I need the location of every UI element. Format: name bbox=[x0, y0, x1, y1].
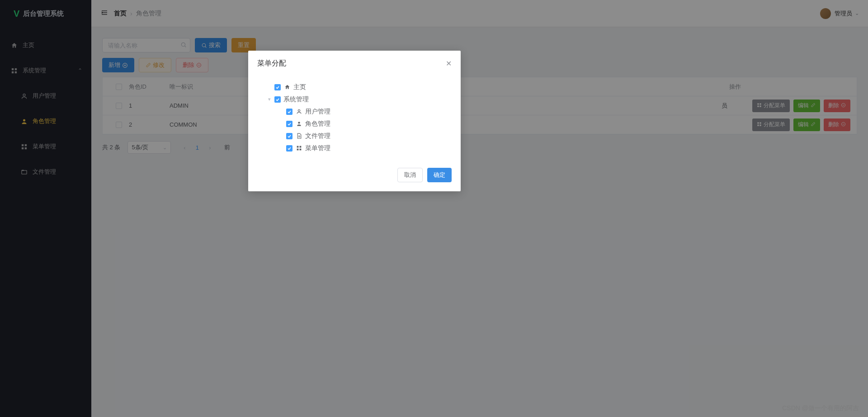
tree-label: 主页 bbox=[293, 83, 306, 91]
tree-label: 系统管理 bbox=[283, 95, 309, 104]
dialog-close-button[interactable]: ✕ bbox=[446, 59, 452, 68]
tree-checkbox[interactable] bbox=[286, 121, 292, 127]
tree-checkbox[interactable] bbox=[286, 133, 292, 139]
menu-tree: ▶ 主页 ▾ 系统管理 ▶ 用户管理 ▶ bbox=[257, 81, 452, 154]
tree-checkbox[interactable] bbox=[286, 109, 292, 115]
tree-checkbox[interactable] bbox=[274, 84, 281, 90]
confirm-button[interactable]: 确定 bbox=[427, 168, 452, 182]
dialog-footer: 取消 确定 bbox=[248, 163, 461, 191]
user-solid-icon bbox=[295, 121, 302, 127]
dialog-title: 菜单分配 bbox=[257, 59, 286, 68]
svg-rect-40 bbox=[297, 146, 298, 148]
svg-rect-41 bbox=[299, 146, 301, 148]
tree-label: 用户管理 bbox=[305, 108, 330, 116]
home-icon bbox=[283, 84, 291, 90]
tree-node[interactable]: ▾ 系统管理 bbox=[268, 93, 452, 105]
tree-caret[interactable]: ▾ bbox=[268, 96, 274, 102]
grid-icon bbox=[295, 145, 302, 151]
assign-menu-dialog: 菜单分配 ✕ ▶ 主页 ▾ 系统管理 ▶ bbox=[248, 51, 461, 191]
svg-rect-43 bbox=[299, 149, 301, 151]
tree-node[interactable]: ▶ 主页 bbox=[268, 81, 452, 93]
tree-node[interactable]: ▶ 用户管理 bbox=[280, 105, 452, 118]
tree-checkbox[interactable] bbox=[286, 145, 292, 152]
svg-rect-42 bbox=[297, 149, 298, 151]
tree-node[interactable]: ▶ 角色管理 bbox=[280, 118, 452, 130]
cancel-button[interactable]: 取消 bbox=[397, 168, 423, 182]
tree-checkbox[interactable] bbox=[274, 96, 281, 103]
file-icon bbox=[295, 133, 302, 139]
dialog-body: ▶ 主页 ▾ 系统管理 ▶ 用户管理 ▶ bbox=[248, 76, 461, 163]
tree-node[interactable]: ▶ 菜单管理 bbox=[280, 142, 452, 154]
dialog-header: 菜单分配 ✕ bbox=[248, 51, 461, 76]
svg-point-36 bbox=[298, 109, 300, 111]
user-outline-icon bbox=[295, 109, 302, 114]
tree-label: 角色管理 bbox=[305, 120, 330, 128]
tree-label: 菜单管理 bbox=[305, 144, 330, 152]
tree-label: 文件管理 bbox=[305, 132, 330, 140]
tree-children: ▶ 用户管理 ▶ 角色管理 ▶ 文件管理 bbox=[268, 105, 452, 154]
svg-point-37 bbox=[298, 122, 300, 123]
tree-node[interactable]: ▶ 文件管理 bbox=[280, 130, 452, 142]
watermark: CSDN @做一个有用的阿吉 bbox=[782, 404, 859, 412]
close-icon: ✕ bbox=[446, 60, 452, 67]
